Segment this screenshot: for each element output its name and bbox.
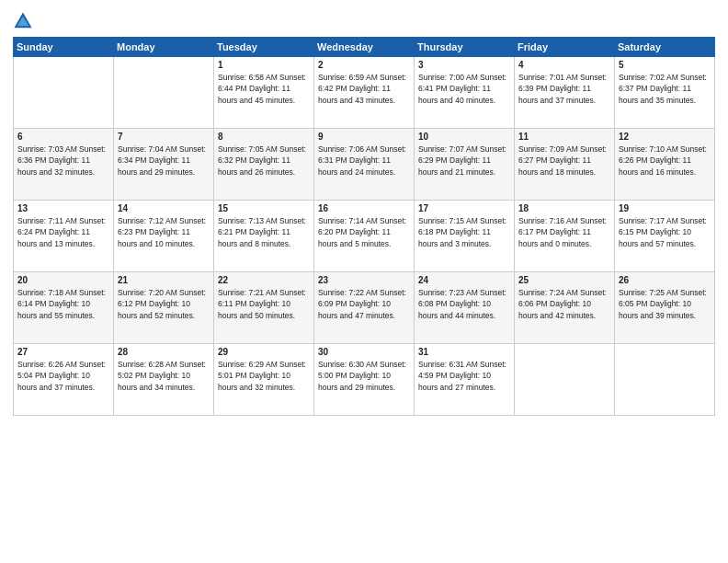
- day-content: Sunrise: 6:28 AM Sunset: 5:02 PM Dayligh…: [118, 359, 210, 393]
- day-content: Sunrise: 7:24 AM Sunset: 6:06 PM Dayligh…: [518, 287, 610, 321]
- day-content: Sunrise: 7:01 AM Sunset: 6:39 PM Dayligh…: [518, 72, 610, 106]
- day-number: 7: [118, 132, 210, 142]
- day-content: Sunrise: 7:07 AM Sunset: 6:29 PM Dayligh…: [418, 144, 510, 178]
- header-cell-thursday: Thursday: [415, 38, 515, 57]
- day-number: 31: [418, 347, 510, 357]
- calendar-cell: 10Sunrise: 7:07 AM Sunset: 6:29 PM Dayli…: [415, 129, 515, 201]
- day-number: 10: [418, 132, 510, 142]
- logo: [13, 11, 37, 31]
- calendar-week-3: 20Sunrise: 7:18 AM Sunset: 6:14 PM Dayli…: [14, 272, 715, 344]
- calendar-cell: 31Sunrise: 6:31 AM Sunset: 4:59 PM Dayli…: [415, 344, 515, 416]
- day-content: Sunrise: 7:23 AM Sunset: 6:08 PM Dayligh…: [418, 287, 510, 321]
- day-number: 29: [218, 347, 310, 357]
- day-content: Sunrise: 7:10 AM Sunset: 6:26 PM Dayligh…: [619, 144, 711, 178]
- calendar-cell: 28Sunrise: 6:28 AM Sunset: 5:02 PM Dayli…: [114, 344, 214, 416]
- day-number: 25: [518, 275, 610, 285]
- day-content: Sunrise: 7:18 AM Sunset: 6:14 PM Dayligh…: [17, 287, 109, 321]
- header-cell-tuesday: Tuesday: [214, 38, 314, 57]
- page-container: SundayMondayTuesdayWednesdayThursdayFrid…: [0, 0, 728, 563]
- calendar-cell: 23Sunrise: 7:22 AM Sunset: 6:09 PM Dayli…: [314, 272, 415, 344]
- calendar-cell: 5Sunrise: 7:02 AM Sunset: 6:37 PM Daylig…: [615, 57, 715, 129]
- day-number: 17: [418, 203, 510, 213]
- header-cell-sunday: Sunday: [14, 38, 114, 57]
- calendar-cell: 8Sunrise: 7:05 AM Sunset: 6:32 PM Daylig…: [214, 129, 314, 201]
- day-content: Sunrise: 6:29 AM Sunset: 5:01 PM Dayligh…: [218, 359, 310, 393]
- day-number: 21: [118, 275, 210, 285]
- day-number: 15: [218, 203, 310, 213]
- day-content: Sunrise: 7:06 AM Sunset: 6:31 PM Dayligh…: [318, 144, 410, 178]
- calendar-table: SundayMondayTuesdayWednesdayThursdayFrid…: [13, 37, 715, 416]
- day-number: 16: [318, 203, 410, 213]
- day-number: 1: [218, 60, 310, 70]
- day-number: 30: [318, 347, 410, 357]
- header-cell-saturday: Saturday: [615, 38, 715, 57]
- day-content: Sunrise: 6:58 AM Sunset: 6:44 PM Dayligh…: [218, 72, 310, 106]
- day-content: Sunrise: 7:04 AM Sunset: 6:34 PM Dayligh…: [118, 144, 210, 178]
- calendar-cell: 30Sunrise: 6:30 AM Sunset: 5:00 PM Dayli…: [314, 344, 415, 416]
- calendar-cell: 24Sunrise: 7:23 AM Sunset: 6:08 PM Dayli…: [415, 272, 515, 344]
- day-content: Sunrise: 7:09 AM Sunset: 6:27 PM Dayligh…: [518, 144, 610, 178]
- header-row: SundayMondayTuesdayWednesdayThursdayFrid…: [14, 38, 715, 57]
- day-number: 18: [518, 203, 610, 213]
- calendar-cell: 21Sunrise: 7:20 AM Sunset: 6:12 PM Dayli…: [114, 272, 214, 344]
- calendar-cell: 19Sunrise: 7:17 AM Sunset: 6:15 PM Dayli…: [615, 201, 715, 272]
- calendar-week-1: 6Sunrise: 7:03 AM Sunset: 6:36 PM Daylig…: [14, 129, 715, 201]
- day-number: 4: [518, 60, 610, 70]
- day-number: 14: [118, 203, 210, 213]
- calendar-cell: [515, 344, 615, 416]
- calendar-cell: [615, 344, 715, 416]
- calendar-cell: [114, 57, 214, 129]
- header-cell-friday: Friday: [515, 38, 615, 57]
- day-content: Sunrise: 6:30 AM Sunset: 5:00 PM Dayligh…: [318, 359, 410, 393]
- calendar-cell: 6Sunrise: 7:03 AM Sunset: 6:36 PM Daylig…: [14, 129, 114, 201]
- day-content: Sunrise: 7:11 AM Sunset: 6:24 PM Dayligh…: [17, 215, 109, 249]
- day-number: 6: [17, 132, 109, 142]
- calendar-cell: 25Sunrise: 7:24 AM Sunset: 6:06 PM Dayli…: [515, 272, 615, 344]
- day-number: 11: [518, 132, 610, 142]
- calendar-cell: 11Sunrise: 7:09 AM Sunset: 6:27 PM Dayli…: [515, 129, 615, 201]
- day-number: 12: [619, 132, 711, 142]
- day-content: Sunrise: 6:31 AM Sunset: 4:59 PM Dayligh…: [418, 359, 510, 393]
- day-content: Sunrise: 7:21 AM Sunset: 6:11 PM Dayligh…: [218, 287, 310, 321]
- day-content: Sunrise: 7:20 AM Sunset: 6:12 PM Dayligh…: [118, 287, 210, 321]
- calendar-cell: 27Sunrise: 6:26 AM Sunset: 5:04 PM Dayli…: [14, 344, 114, 416]
- day-content: Sunrise: 7:12 AM Sunset: 6:23 PM Dayligh…: [118, 215, 210, 249]
- day-content: Sunrise: 7:00 AM Sunset: 6:41 PM Dayligh…: [418, 72, 510, 106]
- day-number: 24: [418, 275, 510, 285]
- header-cell-wednesday: Wednesday: [314, 38, 415, 57]
- logo-icon: [13, 11, 33, 31]
- calendar-week-0: 1Sunrise: 6:58 AM Sunset: 6:44 PM Daylig…: [14, 57, 715, 129]
- calendar-cell: 1Sunrise: 6:58 AM Sunset: 6:44 PM Daylig…: [214, 57, 314, 129]
- calendar-cell: 2Sunrise: 6:59 AM Sunset: 6:42 PM Daylig…: [314, 57, 415, 129]
- calendar-cell: 9Sunrise: 7:06 AM Sunset: 6:31 PM Daylig…: [314, 129, 415, 201]
- header: [13, 11, 715, 31]
- calendar-cell: 14Sunrise: 7:12 AM Sunset: 6:23 PM Dayli…: [114, 201, 214, 272]
- day-number: 8: [218, 132, 310, 142]
- day-number: 23: [318, 275, 410, 285]
- day-number: 9: [318, 132, 410, 142]
- day-content: Sunrise: 6:59 AM Sunset: 6:42 PM Dayligh…: [318, 72, 410, 106]
- header-cell-monday: Monday: [114, 38, 214, 57]
- day-content: Sunrise: 7:13 AM Sunset: 6:21 PM Dayligh…: [218, 215, 310, 249]
- day-content: Sunrise: 7:14 AM Sunset: 6:20 PM Dayligh…: [318, 215, 410, 249]
- calendar-cell: 17Sunrise: 7:15 AM Sunset: 6:18 PM Dayli…: [415, 201, 515, 272]
- day-number: 27: [17, 347, 109, 357]
- day-content: Sunrise: 7:17 AM Sunset: 6:15 PM Dayligh…: [619, 215, 711, 249]
- calendar-cell: 16Sunrise: 7:14 AM Sunset: 6:20 PM Dayli…: [314, 201, 415, 272]
- day-number: 26: [619, 275, 711, 285]
- day-number: 20: [17, 275, 109, 285]
- day-number: 19: [619, 203, 711, 213]
- calendar-cell: 29Sunrise: 6:29 AM Sunset: 5:01 PM Dayli…: [214, 344, 314, 416]
- calendar-cell: 7Sunrise: 7:04 AM Sunset: 6:34 PM Daylig…: [114, 129, 214, 201]
- day-number: 13: [17, 203, 109, 213]
- day-content: Sunrise: 7:15 AM Sunset: 6:18 PM Dayligh…: [418, 215, 510, 249]
- day-content: Sunrise: 7:22 AM Sunset: 6:09 PM Dayligh…: [318, 287, 410, 321]
- day-content: Sunrise: 7:02 AM Sunset: 6:37 PM Dayligh…: [619, 72, 711, 106]
- day-number: 3: [418, 60, 510, 70]
- calendar-cell: 26Sunrise: 7:25 AM Sunset: 6:05 PM Dayli…: [615, 272, 715, 344]
- calendar-week-2: 13Sunrise: 7:11 AM Sunset: 6:24 PM Dayli…: [14, 201, 715, 272]
- calendar-cell: 18Sunrise: 7:16 AM Sunset: 6:17 PM Dayli…: [515, 201, 615, 272]
- day-number: 28: [118, 347, 210, 357]
- calendar-cell: 3Sunrise: 7:00 AM Sunset: 6:41 PM Daylig…: [415, 57, 515, 129]
- calendar-cell: 13Sunrise: 7:11 AM Sunset: 6:24 PM Dayli…: [14, 201, 114, 272]
